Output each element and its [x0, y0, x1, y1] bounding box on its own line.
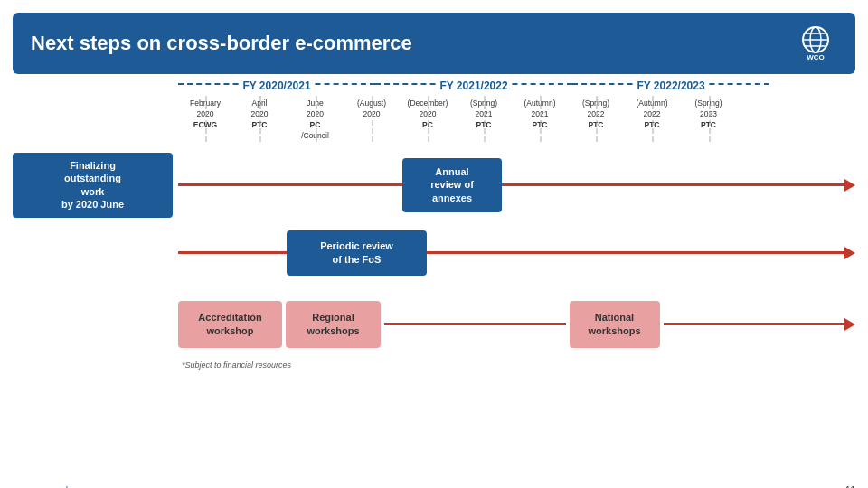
annual-review-box-wrapper: Annual review of annexes	[402, 158, 502, 212]
subject-note: *Subject to financial resources	[182, 361, 291, 370]
col-dec-2020: (December)2020PC	[400, 96, 456, 142]
finalizing-box-wrapper: Finalizing outstanding work by 2020 June	[13, 153, 178, 218]
periodic-review-box: Periodic review of the FoS	[287, 230, 427, 276]
fy-2020-label: FY 2020/2021	[178, 76, 375, 92]
col-autumn-2021: (Autumn)2021PTC	[512, 96, 568, 142]
col-apr-2020: April2020PTC	[232, 96, 287, 142]
row1-arrow-section	[178, 178, 402, 192]
header-bar: Next steps on cross-border e-commerce WC…	[13, 13, 855, 74]
regional-box: Regional workshops	[286, 301, 381, 348]
col-jun-2020: June2020PC/Council	[287, 96, 344, 142]
col-headers-row: February2020ECWG April2020PTC June2020PC…	[13, 96, 855, 142]
arrow-line-2	[427, 251, 844, 254]
col-spring-2021: (Spring)2021PTC	[456, 96, 512, 142]
left-spacer	[13, 96, 178, 142]
arrow-pre-line	[178, 251, 287, 254]
fy-2021-label: FY 2021/2022	[375, 76, 572, 92]
page-title: Next steps on cross-border e-commerce	[31, 32, 412, 55]
row3: Accreditation workshop Regional workshop…	[13, 301, 855, 348]
col-headers: February2020ECWG April2020PTC June2020PC…	[178, 96, 775, 142]
subject-note-wrapper: *Subject to financial resources	[178, 355, 458, 371]
svg-text:WCO: WCO	[807, 53, 825, 61]
spacer-row	[13, 276, 855, 301]
periodic-review-box-wrapper: Periodic review of the FoS	[287, 230, 427, 276]
regional-box-wrapper: Regional workshops	[286, 301, 381, 348]
arrow-head-1	[844, 179, 855, 192]
accreditation-box-wrapper: Accreditation workshop	[178, 301, 282, 348]
row1-arrow-tail	[502, 179, 855, 192]
arrow-line-3b	[664, 323, 845, 325]
row3-arrow: National workshops	[384, 301, 855, 348]
note-spacer	[13, 355, 178, 371]
annual-review-box: Annual review of annexes	[402, 158, 502, 212]
col-feb-2020: February2020ECWG	[178, 96, 232, 142]
col-aug-2020: (August)2020	[344, 96, 400, 142]
arrow-head-2	[844, 247, 855, 259]
arrow-line-3	[384, 323, 566, 325]
subject-note-row: *Subject to financial resources	[13, 355, 855, 371]
col-spring-2023: (Spring)2023PTC	[680, 96, 737, 142]
row2-arrow-tail	[427, 247, 855, 259]
arrow-line-1	[178, 183, 402, 186]
diagram-area: FY 2020/2021 FY 2021/2022 FY 2022/2023 F…	[13, 76, 855, 475]
national-box: National workshops	[570, 301, 660, 348]
finalizing-box: Finalizing outstanding work by 2020 June	[13, 153, 173, 218]
col-autumn-2022: (Autumn)2022PTC	[624, 96, 680, 142]
arrow-head-3	[844, 318, 855, 331]
fy-label-row: FY 2020/2021 FY 2021/2022 FY 2022/2023	[178, 76, 855, 92]
row1: Finalizing outstanding work by 2020 June…	[13, 153, 855, 218]
fy-2022-label: FY 2022/2023	[572, 76, 769, 92]
accreditation-box: Accreditation workshop	[178, 301, 282, 348]
row2: Periodic review of the FoS	[13, 230, 855, 276]
page: Next steps on cross-border e-commerce WC…	[0, 13, 868, 488]
col-spring-2022: (Spring)2022PTC	[568, 96, 624, 142]
arrow-line-1b	[502, 183, 844, 186]
national-box-wrapper: National workshops	[570, 301, 660, 348]
wco-logo-icon: WCO	[794, 22, 837, 65]
row2-arrow-pre	[178, 246, 287, 260]
